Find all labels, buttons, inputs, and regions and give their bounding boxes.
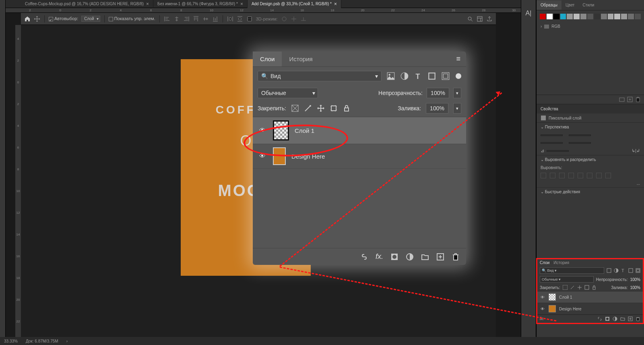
align-r-icon[interactable]: [559, 173, 565, 178]
align-middle-icon[interactable]: [202, 16, 209, 22]
distribute-h-icon[interactable]: [227, 16, 233, 22]
lock-artboard-icon[interactable]: [330, 104, 338, 112]
status-chevron[interactable]: ›: [66, 339, 68, 343]
link-icon[interactable]: [360, 253, 368, 261]
lock-paint-icon[interactable]: [304, 104, 312, 112]
mini-layer-row[interactable]: 👁Design Here: [537, 303, 643, 314]
left-toolbar[interactable]: [0, 0, 6, 345]
layer-thumbnail[interactable]: [549, 305, 556, 312]
align-right-icon[interactable]: [183, 16, 190, 22]
close-tab-icon[interactable]: ×: [146, 1, 149, 7]
popout-opacity-value[interactable]: 100%: [427, 88, 449, 98]
delete-layer-icon[interactable]: [636, 316, 640, 321]
visibility-icon[interactable]: 👁: [540, 307, 545, 311]
align-top-icon[interactable]: [193, 16, 199, 22]
adjustment-icon[interactable]: [406, 253, 414, 261]
swatch[interactable]: [628, 14, 634, 19]
mask-icon[interactable]: [390, 253, 398, 261]
align-ch-icon[interactable]: [550, 173, 555, 178]
filter-toggle[interactable]: [456, 73, 461, 79]
visibility-icon[interactable]: 👁: [258, 153, 267, 160]
share-icon[interactable]: [486, 16, 493, 22]
workspace-icon[interactable]: [477, 16, 483, 22]
adjustment-icon[interactable]: [613, 316, 617, 321]
filter-shape-icon[interactable]: [427, 72, 436, 81]
show-controls-checkbox[interactable]: Показать упр. элем.: [109, 16, 155, 21]
visibility-icon[interactable]: 👁: [258, 127, 267, 134]
3d-slide-icon[interactable]: [300, 16, 307, 22]
mini-layer-search[interactable]: 🔍 Вид ▾: [540, 267, 604, 274]
filter-adjust-icon[interactable]: [400, 72, 409, 81]
dist-v-icon[interactable]: [605, 173, 611, 178]
mini-opacity-value[interactable]: 100%: [630, 277, 640, 282]
3d-pan-icon[interactable]: [291, 16, 297, 22]
new-swatch-icon[interactable]: [627, 97, 633, 102]
swatch[interactable]: [621, 14, 627, 19]
swatch[interactable]: [594, 14, 600, 19]
lock-move-icon[interactable]: [317, 104, 325, 112]
mask-icon[interactable]: [605, 316, 610, 321]
align-l-icon[interactable]: [541, 173, 546, 178]
character-panel-icon[interactable]: A|: [526, 10, 532, 17]
swatch[interactable]: [587, 14, 593, 19]
new-layer-icon[interactable]: [628, 316, 633, 321]
mini-blend-dropdown[interactable]: Обычные ▾: [540, 276, 594, 283]
mini-layer-row[interactable]: 👁Слой 1: [537, 291, 643, 303]
popout-blend-dropdown[interactable]: Обычные: [258, 88, 318, 98]
autoselect-mode-dropdown[interactable]: Слой: [81, 16, 100, 22]
panel-tab[interactable]: Стили: [578, 0, 598, 10]
swatch[interactable]: [560, 14, 566, 19]
fx-icon[interactable]: fx.: [376, 252, 383, 261]
align-more[interactable]: ...: [537, 180, 644, 187]
swatch[interactable]: [547, 14, 553, 19]
popout-menu-icon[interactable]: ≡: [450, 55, 466, 63]
popout-layer-search[interactable]: 🔍 Вид: [258, 71, 382, 81]
popout-tab-layers[interactable]: Слои: [253, 52, 282, 66]
mini-tab-history[interactable]: История: [553, 260, 569, 265]
layer-thumbnail[interactable]: [273, 120, 289, 140]
filter-image-icon[interactable]: [386, 72, 395, 81]
properties-perspective[interactable]: Перспектива: [537, 122, 644, 131]
popout-opacity-dropdown[interactable]: ▾: [453, 88, 461, 98]
align-center-h-icon[interactable]: [173, 16, 180, 22]
link-icon[interactable]: [597, 316, 602, 321]
swatch[interactable]: [540, 14, 546, 19]
layer-thumbnail[interactable]: [273, 147, 286, 165]
distribute-spacing-icon[interactable]: [246, 16, 253, 22]
delete-swatch-icon[interactable]: [635, 97, 641, 102]
mini-fill-value[interactable]: 100%: [630, 285, 640, 290]
align-cv-icon[interactable]: [578, 173, 583, 178]
popout-tab-history[interactable]: История: [282, 52, 320, 66]
swatch[interactable]: [608, 14, 614, 19]
new-group-icon[interactable]: [619, 97, 625, 102]
swatch-group-rgb[interactable]: RGB: [537, 23, 644, 30]
document-tab[interactable]: Add Design.psb @ 33,3% (Слой 1, RGB/8) *…: [248, 0, 341, 8]
autoselect-checkbox[interactable]: Автовыбор:: [49, 16, 78, 21]
dist-h-icon[interactable]: [596, 173, 602, 178]
popout-layer-row[interactable]: 👁Слой 1: [253, 117, 466, 144]
popout-fill-dropdown[interactable]: ▾: [453, 103, 461, 114]
properties-align[interactable]: Выровнять и распределить: [537, 155, 644, 164]
filter-type-icon[interactable]: T: [414, 72, 423, 81]
panel-tab[interactable]: Цвет: [561, 0, 578, 10]
lock-paint-icon[interactable]: [570, 285, 575, 290]
home-icon[interactable]: [24, 16, 31, 22]
swatch[interactable]: [635, 14, 641, 19]
document-tab[interactable]: Coffee-Cups-Mockup.psd @ 16,7% (ADD DESI…: [21, 0, 153, 8]
align-bottom-icon[interactable]: [212, 16, 219, 22]
group-icon[interactable]: [421, 253, 429, 261]
filter-smart-icon[interactable]: [441, 72, 450, 81]
search-icon[interactable]: [467, 16, 473, 22]
properties-quick-actions[interactable]: Быстрые действия: [537, 187, 644, 196]
filter-type-icon[interactable]: T: [621, 268, 626, 273]
filter-shape-icon[interactable]: [628, 268, 633, 273]
align-b-icon[interactable]: [587, 173, 592, 178]
align-left-icon[interactable]: [164, 16, 170, 22]
mini-tab-layers[interactable]: Слои: [540, 260, 549, 265]
distribute-v-icon[interactable]: [237, 16, 243, 22]
collapsed-panel-strip[interactable]: A|: [521, 0, 536, 345]
3d-orbit-icon[interactable]: [281, 16, 287, 22]
visibility-icon[interactable]: 👁: [540, 295, 545, 300]
close-tab-icon[interactable]: ×: [334, 1, 337, 7]
filter-smart-icon[interactable]: [636, 268, 640, 273]
